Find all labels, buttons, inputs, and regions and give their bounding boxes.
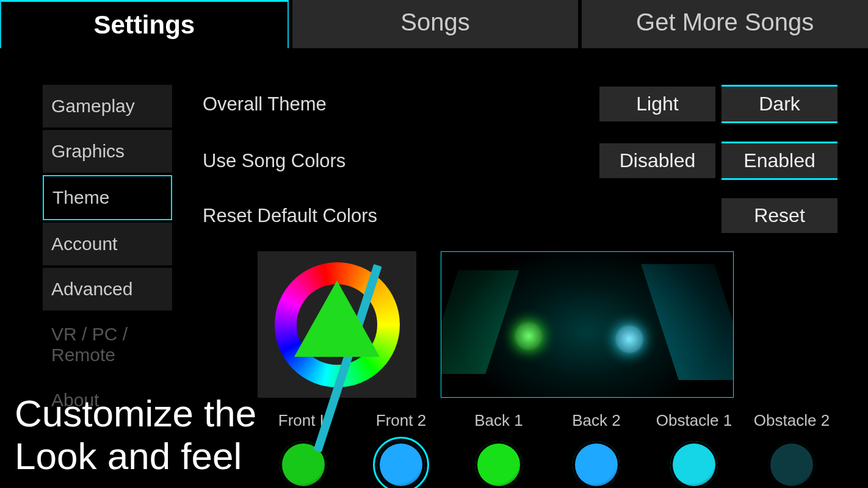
tab-songs[interactable]: Songs xyxy=(292,0,579,48)
sidebar-item-theme[interactable]: Theme xyxy=(43,175,172,220)
color-swatch-back-2[interactable] xyxy=(573,441,620,488)
sidebar-item-account[interactable]: Account xyxy=(43,223,172,265)
reset-colors-button[interactable]: Reset xyxy=(722,198,837,233)
slot-label: Obstacle 2 xyxy=(746,411,837,430)
color-picker[interactable] xyxy=(258,251,416,398)
color-swatch-front-l[interactable] xyxy=(280,441,327,488)
theme-preview xyxy=(441,251,734,398)
color-slots: Front L Front 2 Back 1 Back 2 Obstacle 1… xyxy=(258,411,837,488)
top-tabs: Settings Songs Get More Songs xyxy=(0,0,868,48)
label-overall-theme: Overall Theme xyxy=(203,93,593,115)
song-colors-enabled-button[interactable]: Enabled xyxy=(722,142,837,180)
label-use-song-colors: Use Song Colors xyxy=(203,150,593,172)
sidebar-item-graphics[interactable]: Graphics xyxy=(43,130,172,173)
slot-label: Back 2 xyxy=(551,411,642,430)
tab-settings[interactable]: Settings xyxy=(0,0,289,48)
color-swatch-front-2[interactable] xyxy=(377,441,425,488)
saturation-triangle-icon xyxy=(294,281,380,357)
slot-label: Front L xyxy=(258,411,349,430)
color-swatch-obstacle-1[interactable] xyxy=(670,441,718,488)
slot-label: Front 2 xyxy=(355,411,447,430)
settings-panel: Overall Theme Light Dark Use Song Colors… xyxy=(203,85,850,488)
color-swatch-obstacle-2[interactable] xyxy=(768,441,816,488)
theme-dark-button[interactable]: Dark xyxy=(722,85,837,123)
slot-label: Obstacle 1 xyxy=(648,411,740,430)
tab-get-more-songs[interactable]: Get More Songs xyxy=(582,0,868,48)
sidebar-item-advanced[interactable]: Advanced xyxy=(43,268,172,310)
label-reset-colors: Reset Default Colors xyxy=(203,205,593,227)
sidebar-item-vr-pc-remote[interactable]: VR / PC / Remote xyxy=(43,313,172,376)
color-swatch-back-1[interactable] xyxy=(475,441,523,488)
slot-label: Back 1 xyxy=(453,411,544,430)
sidebar-item-gameplay[interactable]: Gameplay xyxy=(43,85,172,127)
settings-sidebar: Gameplay Graphics Theme Account Advanced… xyxy=(43,85,172,488)
sidebar-item-about[interactable]: About xyxy=(43,379,172,422)
song-colors-disabled-button[interactable]: Disabled xyxy=(599,143,715,178)
theme-light-button[interactable]: Light xyxy=(599,87,715,121)
